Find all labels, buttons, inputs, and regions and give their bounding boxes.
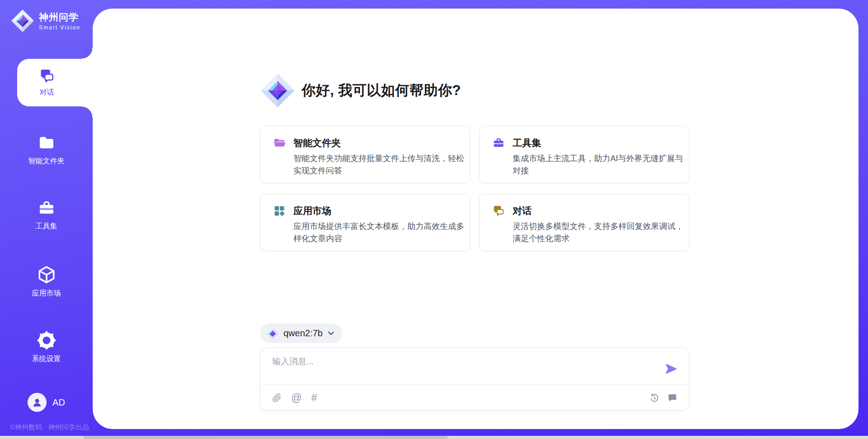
card-title: 工具集 [513,137,541,149]
card-title: 对话 [513,205,532,217]
chat-bubble-icon [667,393,677,403]
card-chat[interactable]: 对话 灵活切换多模型文件，支持多样回复效果调试，满足个性化需求 [479,194,689,251]
history-button[interactable] [649,393,660,403]
card-title: 智能文件夹 [293,137,341,149]
sidebar-item-label: 工具集 [36,222,57,231]
sidebar-item-label: 应用市场 [32,289,61,298]
model-name: qwen2:7b [283,328,323,339]
message-input[interactable] [272,356,652,382]
brand: 神州问学 Smart Vision [11,9,80,33]
history-icon [649,393,660,403]
card-smart-folder[interactable]: 智能文件夹 智能文件夹功能支持批量文件上传与清洗，轻松实现文件问答 [260,126,470,183]
sidebar-item-label: 对话 [40,88,54,97]
sidebar-item-toolset[interactable]: 工具集 [0,199,93,231]
sidebar-item-label: 系统设置 [32,354,61,364]
composer-divider [260,384,689,385]
chat-bubbles-icon [39,68,55,84]
sidebar: 神州问学 Smart Vision 对话 智能文件夹 工具集 [0,0,93,439]
tab-fillet-bottom [82,106,93,117]
folder-open-icon [273,137,286,149]
sidebar-item-label: 智能文件夹 [28,157,65,166]
mention-button at-icon[interactable]: @ [291,393,302,403]
app-grid-icon [273,205,286,217]
card-description: 智能文件夹功能支持批量文件上传与清洗，轻松实现文件问答 [293,153,467,177]
sidebar-item-smart-folder[interactable]: 智能文件夹 [0,134,93,166]
card-toolset[interactable]: 工具集 集成市场上主流工具，助力AI与外界无缝扩展与对接 [479,126,689,183]
card-description: 应用市场提供丰富长文本模板，助力高效生成多样化文章内容 [293,220,467,245]
send-icon[interactable] [665,363,677,375]
greeting-text: 你好, 我可以如何帮助你? [302,81,461,100]
folder-icon [38,134,56,152]
brand-subtitle: Smart Vision [39,24,80,31]
feedback-button[interactable] [667,393,677,403]
composer: @ # [260,348,689,410]
briefcase-icon [492,137,505,149]
sidebar-item-app-market[interactable]: 应用市场 [0,265,93,298]
user-initials: AD [52,397,65,408]
paperclip-icon [272,393,282,403]
sidebar-item-settings[interactable]: 系统设置 [0,331,93,364]
horizontal-scrollbar [0,436,868,439]
cube-icon [37,265,56,284]
person-icon [31,396,43,408]
attach-file-button[interactable] [272,393,282,403]
user-profile[interactable]: AD [0,393,93,412]
topic-button hash-icon[interactable]: # [311,393,317,403]
card-title: 应用市场 [293,205,331,217]
card-description: 灵活切换多模型文件，支持多样回复效果调试，满足个性化需求 [513,220,687,245]
gear-icon [37,331,56,350]
brand-name: 神州问学 [39,11,80,24]
main-panel: 你好, 我可以如何帮助你? 智能文件夹 智能文件夹功能支持批量文件上传与清洗，轻… [93,9,859,429]
feature-cards: 智能文件夹 智能文件夹功能支持批量文件上传与清洗，轻松实现文件问答 工具 [260,126,689,251]
chevron-down-icon [328,331,334,335]
brand-diamond-logo-icon [11,9,34,33]
greeting: 你好, 我可以如何帮助你? [260,73,461,108]
card-app-market[interactable]: 应用市场 应用市场提供丰富长文本模板，助力高效生成多样化文章内容 [260,194,470,251]
sidebar-item-chat[interactable]: 对话 [17,59,102,106]
chat-bubbles-icon [492,205,505,217]
diamond-logo-icon [260,73,295,108]
tab-fillet-top [82,48,93,59]
copyright-text: ©神州数码 · 神州问学出品 [10,423,89,432]
scrollbar-thumb[interactable] [84,436,448,439]
card-description: 集成市场上主流工具，助力AI与外界无缝扩展与对接 [513,153,687,177]
briefcase-icon [38,199,56,217]
diamond-logo-icon [266,327,278,339]
avatar [28,393,47,412]
model-selector[interactable]: qwen2:7b [260,324,342,343]
